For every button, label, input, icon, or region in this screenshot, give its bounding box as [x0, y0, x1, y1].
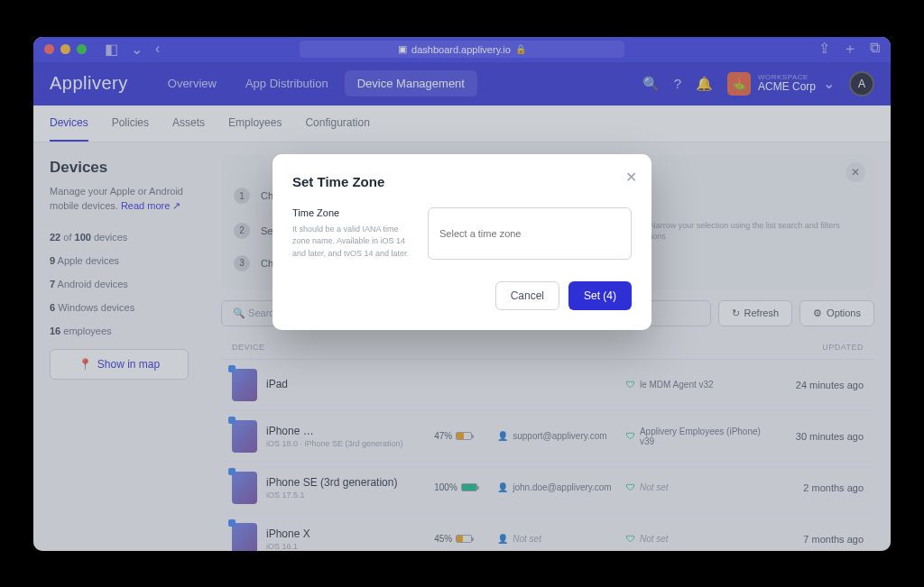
field-description: It should be a valid IANA time zone name…: [292, 224, 410, 261]
app-window: ◧ ⌄ ‹ ▣ dashboard.applivery.io 🔒 ⇪ ＋ ⧉ A…: [33, 37, 891, 551]
set-timezone-modal: ✕ Set Time Zone Time Zone It should be a…: [273, 154, 651, 331]
set-button[interactable]: Set (4): [568, 281, 632, 310]
modal-close-button[interactable]: ✕: [625, 169, 637, 186]
field-label: Time Zone: [292, 207, 410, 218]
cancel-button[interactable]: Cancel: [495, 281, 559, 310]
modal-title: Set Time Zone: [292, 174, 632, 189]
modal-overlay[interactable]: ✕ Set Time Zone Time Zone It should be a…: [33, 37, 891, 551]
timezone-input[interactable]: [428, 207, 632, 261]
